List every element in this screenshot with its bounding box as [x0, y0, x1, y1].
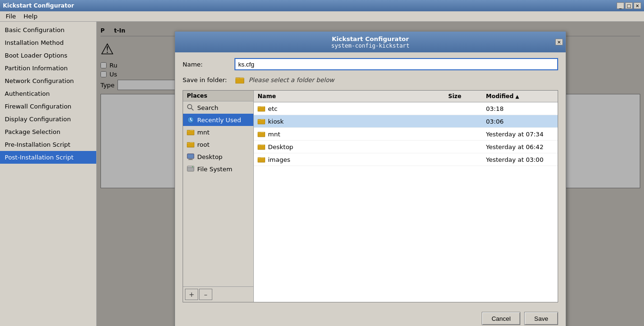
places-item-recently-used-label: Recently Used — [197, 117, 241, 124]
files-panel: Name Size Modified ▲ — [254, 91, 558, 302]
file-modified-kiosk: 03:06 — [482, 117, 558, 126]
app-title: Kickstart Configurator — [3, 2, 74, 9]
menubar: File Help — [0, 11, 644, 22]
folder-images-icon — [258, 156, 265, 163]
filesystem-icon — [187, 165, 194, 173]
app-window: Kickstart Configurator _ □ ✕ File Help B… — [0, 0, 644, 326]
file-name-kiosk: kiosk — [254, 117, 444, 126]
save-dialog: Kickstart Configurator system-config-kic… — [175, 31, 566, 326]
svg-line-2 — [192, 109, 194, 111]
sidebar-item-firewall-config[interactable]: Firewall Configuration — [0, 100, 96, 113]
save-folder-label: Save in folder: — [183, 76, 234, 84]
places-item-recently-used[interactable]: Recently Used — [183, 114, 253, 126]
file-modified-etc: 03:18 — [482, 104, 558, 113]
files-header: Name Size Modified ▲ — [254, 91, 558, 102]
file-size-etc — [444, 108, 482, 109]
file-name-etc: etc — [254, 104, 444, 113]
save-folder-placeholder: Please select a folder below — [249, 76, 335, 84]
desktop-icon — [187, 153, 194, 160]
col-header-size[interactable]: Size — [444, 92, 482, 100]
places-item-mnt-label: mnt — [197, 129, 209, 136]
sidebar: Basic Configuration Installation Method … — [0, 22, 97, 326]
col-header-modified[interactable]: Modified ▲ — [482, 92, 558, 100]
name-row: Name: — [183, 58, 558, 70]
filename-input[interactable] — [234, 58, 558, 70]
menu-help[interactable]: Help — [20, 12, 42, 21]
file-row-kiosk[interactable]: kiosk 03:06 — [254, 115, 558, 128]
maximize-button[interactable]: □ — [625, 2, 633, 9]
places-item-filesystem[interactable]: File System — [183, 163, 253, 175]
add-place-button[interactable]: + — [185, 289, 198, 300]
file-modified-mnt: Yesterday at 07:34 — [482, 130, 558, 139]
remove-place-button[interactable]: – — [199, 289, 212, 300]
sidebar-item-pre-install[interactable]: Pre-Installation Script — [0, 138, 96, 151]
folder-kiosk-icon — [258, 117, 265, 125]
name-label: Name: — [183, 61, 234, 68]
folder-desktop-file-icon — [258, 143, 265, 150]
col-header-name[interactable]: Name — [254, 92, 444, 100]
dialog-close-button[interactable]: ✕ — [555, 39, 563, 45]
folder-svg-icon — [235, 76, 245, 84]
titlebar-buttons: _ □ ✕ — [617, 2, 641, 9]
sidebar-item-partition-info[interactable]: Partition Information — [0, 62, 96, 75]
file-name-mnt: mnt — [254, 129, 444, 139]
sidebar-item-basic-config[interactable]: Basic Configuration — [0, 24, 96, 36]
file-size-mnt — [444, 133, 482, 135]
sidebar-item-package-selection[interactable]: Package Selection — [0, 125, 96, 138]
folder-etc-icon — [258, 105, 265, 112]
svg-rect-10 — [188, 159, 193, 160]
dialog-titlebar: Kickstart Configurator system-config-kic… — [175, 32, 566, 52]
folder-browse-icon[interactable] — [234, 75, 246, 84]
places-item-search-label: Search — [197, 104, 218, 111]
sidebar-item-boot-loader[interactable]: Boot Loader Options — [0, 49, 96, 62]
places-item-search[interactable]: Search — [183, 101, 253, 114]
svg-point-1 — [188, 105, 192, 109]
file-name-desktop: Desktop — [254, 142, 444, 151]
sort-desc-icon: ▲ — [516, 94, 519, 99]
file-size-desktop — [444, 146, 482, 148]
places-item-mnt[interactable]: mnt — [183, 126, 253, 138]
places-item-desktop[interactable]: Desktop — [183, 150, 253, 163]
dialog-body: Name: Save in folder: — [175, 52, 566, 326]
cancel-button[interactable]: Cancel — [482, 312, 520, 325]
sidebar-item-install-method[interactable]: Installation Method — [0, 36, 96, 49]
file-browser: Places Search — [183, 90, 558, 302]
svg-rect-9 — [189, 159, 192, 159]
dialog-title: Kickstart Configurator — [332, 35, 409, 42]
app-titlebar: Kickstart Configurator _ □ ✕ — [0, 0, 644, 11]
svg-rect-8 — [187, 154, 194, 159]
sidebar-item-display-config[interactable]: Display Configuration — [0, 113, 96, 125]
file-modified-images: Yesterday at 03:00 — [482, 155, 558, 164]
clock-icon — [187, 116, 194, 124]
file-size-images — [444, 159, 482, 160]
search-icon — [187, 104, 194, 111]
minimize-button[interactable]: _ — [617, 2, 624, 9]
sidebar-item-post-install[interactable]: Post-Installation Script — [0, 151, 96, 164]
sidebar-item-network-config[interactable]: Network Configuration — [0, 75, 96, 87]
modal-overlay: Kickstart Configurator system-config-kic… — [97, 22, 644, 326]
sidebar-item-authentication[interactable]: Authentication — [0, 87, 96, 100]
file-row-etc[interactable]: etc 03:18 — [254, 102, 558, 115]
places-item-filesystem-label: File System — [197, 166, 232, 173]
file-row-images[interactable]: images Yesterday at 03:00 — [254, 153, 558, 166]
file-row-mnt[interactable]: mnt Yesterday at 07:34 — [254, 128, 558, 141]
save-folder-row: Save in folder: Please select a folder b… — [183, 75, 558, 84]
places-header: Places — [183, 91, 253, 101]
file-row-desktop[interactable]: Desktop Yesterday at 06:42 — [254, 141, 558, 153]
save-button[interactable]: Save — [524, 312, 558, 325]
main-content: P t-In ⚠ Ru Us Type — [97, 22, 644, 326]
places-item-desktop-label: Desktop — [197, 153, 223, 160]
places-item-root-label: root — [197, 141, 209, 148]
folder-root-icon — [187, 141, 194, 148]
close-button[interactable]: ✕ — [634, 2, 641, 9]
dialog-subtitle: system-config-kickstart — [331, 42, 410, 49]
file-modified-desktop: Yesterday at 06:42 — [482, 142, 558, 151]
places-panel: Places Search — [183, 91, 254, 302]
places-item-root[interactable]: root — [183, 138, 253, 150]
menu-file[interactable]: File — [2, 12, 20, 21]
file-name-images: images — [254, 155, 444, 164]
folder-mnt-icon — [187, 128, 194, 136]
svg-point-13 — [192, 167, 193, 167]
places-bottom-bar: + – — [183, 286, 253, 302]
app-body: Basic Configuration Installation Method … — [0, 22, 644, 326]
